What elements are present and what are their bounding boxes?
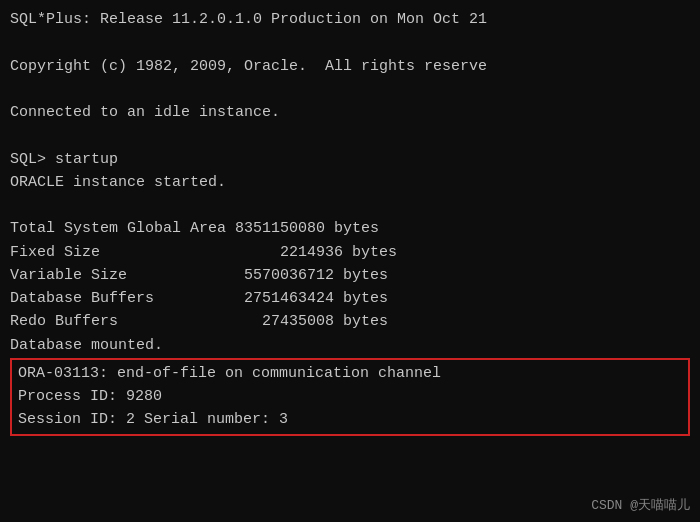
terminal-line-13: Database Buffers 2751463424 bytes bbox=[10, 287, 690, 310]
terminal-line-1: SQL*Plus: Release 11.2.0.1.0 Production … bbox=[10, 8, 690, 31]
terminal-line-5: Connected to an idle instance. bbox=[10, 101, 690, 124]
terminal-line-2 bbox=[10, 31, 690, 54]
watermark: CSDN @天喵喵儿 bbox=[591, 496, 690, 514]
terminal-line-3: Copyright (c) 1982, 2009, Oracle. All ri… bbox=[10, 55, 690, 78]
terminal-line-14: Redo Buffers 27435008 bytes bbox=[10, 310, 690, 333]
terminal-line-6 bbox=[10, 124, 690, 147]
terminal-line-15: Database mounted. bbox=[10, 334, 690, 357]
error-line-3: Session ID: 2 Serial number: 3 bbox=[18, 408, 682, 431]
terminal-line-7: SQL> startup bbox=[10, 148, 690, 171]
error-block: ORA-03113: end-of-file on communication … bbox=[10, 358, 690, 436]
terminal-window: SQL*Plus: Release 11.2.0.1.0 Production … bbox=[0, 0, 700, 522]
terminal-line-12: Variable Size 5570036712 bytes bbox=[10, 264, 690, 287]
terminal-line-10: Total System Global Area 8351150080 byte… bbox=[10, 217, 690, 240]
error-line-1: ORA-03113: end-of-file on communication … bbox=[18, 362, 682, 385]
terminal-line-11: Fixed Size 2214936 bytes bbox=[10, 241, 690, 264]
terminal-line-9 bbox=[10, 194, 690, 217]
terminal-line-8: ORACLE instance started. bbox=[10, 171, 690, 194]
error-line-2: Process ID: 9280 bbox=[18, 385, 682, 408]
terminal-line-4 bbox=[10, 78, 690, 101]
